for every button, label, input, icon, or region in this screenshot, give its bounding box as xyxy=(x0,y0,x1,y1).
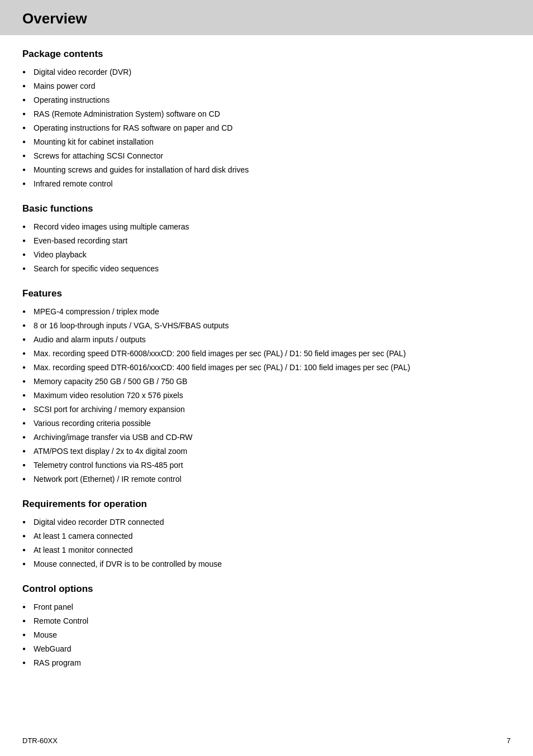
list-item: At least 1 monitor connected xyxy=(22,543,511,557)
list-item: Record video images using multiple camer… xyxy=(22,220,511,234)
content: Package contentsDigital video recorder (… xyxy=(0,49,533,705)
list-item: Network port (Ethernet) / IR remote cont… xyxy=(22,472,511,486)
list-item: Search for specific video sequences xyxy=(22,262,511,276)
list-item: Various recording criteria possible xyxy=(22,417,511,430)
list-item: Video playback xyxy=(22,248,511,262)
list-item: WebGuard xyxy=(22,642,511,656)
page: Overview Package contentsDigital video r… xyxy=(0,0,533,756)
list-item: Memory capacity 250 GB / 500 GB / 750 GB xyxy=(22,375,511,389)
section-requirements: Requirements for operationDigital video … xyxy=(22,499,511,571)
list-item: At least 1 camera connected xyxy=(22,529,511,543)
list-item: 8 or 16 loop-through inputs / VGA, S-VHS… xyxy=(22,319,511,333)
list-requirements: Digital video recorder DTR connectedAt l… xyxy=(22,515,511,571)
section-package-contents: Package contentsDigital video recorder (… xyxy=(22,49,511,191)
list-item: Front panel xyxy=(22,600,511,614)
list-item: Mounting screws and guides for installat… xyxy=(22,163,511,177)
list-item: Archiving/image transfer via USB and CD-… xyxy=(22,430,511,444)
footer-right: 7 xyxy=(507,736,511,745)
list-item: Audio and alarm inputs / outputs xyxy=(22,333,511,347)
list-package-contents: Digital video recorder (DVR)Mains power … xyxy=(22,65,511,191)
section-control-options: Control optionsFront panelRemote Control… xyxy=(22,583,511,670)
section-title-requirements: Requirements for operation xyxy=(22,499,511,510)
list-item: Max. recording speed DTR-6008/xxxCD: 200… xyxy=(22,347,511,361)
list-item: Even-based recording start xyxy=(22,234,511,248)
list-item: Maximum video resolution 720 x 576 pixel… xyxy=(22,389,511,403)
list-item: MPEG-4 compression / triplex mode xyxy=(22,305,511,319)
list-item: Digital video recorder (DVR) xyxy=(22,65,511,79)
list-item: Operating instructions for RAS software … xyxy=(22,121,511,135)
footer: DTR-60XX 7 xyxy=(22,736,511,745)
list-item: Infrared remote control xyxy=(22,177,511,191)
list-item: Mouse xyxy=(22,628,511,642)
list-control-options: Front panelRemote ControlMouseWebGuardRA… xyxy=(22,600,511,670)
list-item: Digital video recorder DTR connected xyxy=(22,515,511,529)
list-item: Mouse connected, if DVR is to be control… xyxy=(22,557,511,571)
list-item: Operating instructions xyxy=(22,93,511,107)
list-item: RAS (Remote Administration System) softw… xyxy=(22,107,511,121)
list-item: Max. recording speed DTR-6016/xxxCD: 400… xyxy=(22,361,511,375)
list-basic-functions: Record video images using multiple camer… xyxy=(22,220,511,276)
list-item: Screws for attaching SCSI Connector xyxy=(22,149,511,163)
section-title-basic-functions: Basic functions xyxy=(22,203,511,214)
list-item: Remote Control xyxy=(22,614,511,628)
list-item: RAS program xyxy=(22,656,511,670)
section-features: FeaturesMPEG-4 compression / triplex mod… xyxy=(22,288,511,486)
list-item: Mounting kit for cabinet installation xyxy=(22,135,511,149)
section-basic-functions: Basic functionsRecord video images using… xyxy=(22,203,511,276)
footer-left: DTR-60XX xyxy=(22,736,58,745)
list-item: SCSI port for archiving / memory expansi… xyxy=(22,403,511,417)
list-features: MPEG-4 compression / triplex mode8 or 16… xyxy=(22,305,511,486)
section-title-features: Features xyxy=(22,288,511,299)
section-title-package-contents: Package contents xyxy=(22,49,511,60)
section-title-control-options: Control options xyxy=(22,583,511,595)
list-item: Telemetry control functions via RS-485 p… xyxy=(22,458,511,472)
list-item: ATM/POS text display / 2x to 4x digital … xyxy=(22,444,511,458)
header-bar: Overview xyxy=(0,0,533,35)
list-item: Mains power cord xyxy=(22,79,511,93)
page-title: Overview xyxy=(22,10,511,27)
